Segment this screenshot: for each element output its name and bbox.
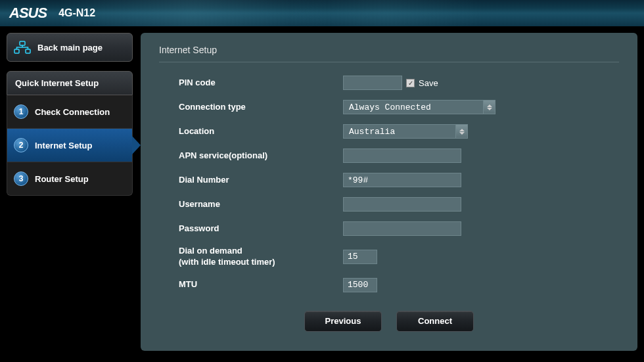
username-input[interactable]	[343, 197, 461, 212]
row-connection-type: Connection type Always Connected	[179, 100, 619, 114]
step-number-icon: 1	[14, 104, 28, 119]
mtu-input[interactable]	[343, 278, 377, 292]
label-pin-code: PIN code	[179, 78, 343, 89]
step-router-setup[interactable]: 3 Router Setup	[7, 162, 133, 196]
svg-rect-0	[20, 41, 25, 45]
step-internet-setup[interactable]: 2 Internet Setup	[7, 129, 133, 162]
apn-input[interactable]	[343, 148, 461, 163]
updown-caret-icon	[483, 101, 495, 114]
brand-logo: ASUS	[9, 5, 47, 22]
label-dial-number: Dial Number	[179, 175, 343, 186]
step-label: Check Connection	[35, 107, 110, 117]
previous-button[interactable]: Previous	[304, 311, 382, 332]
back-main-page-button[interactable]: Back main page	[7, 33, 133, 62]
wizard-title: Quick Internet Setup	[7, 71, 133, 95]
connect-button[interactable]: Connect	[396, 311, 474, 332]
step-number-icon: 3	[14, 171, 28, 186]
model-name: 4G-N12	[58, 7, 95, 19]
svg-rect-2	[26, 49, 30, 53]
header: ASUS 4G-N12	[0, 0, 644, 26]
panel-title: Internet Setup	[159, 45, 619, 62]
label-location: Location	[179, 126, 343, 137]
password-input[interactable]	[343, 221, 461, 236]
location-value: Australia	[349, 127, 395, 137]
label-username: Username	[179, 199, 343, 210]
label-apn: APN service(optional)	[179, 150, 343, 162]
main-panel: Internet Setup PIN code ✓ Save Connectio…	[141, 33, 637, 351]
svg-rect-1	[14, 49, 19, 53]
save-checkbox[interactable]: ✓	[406, 79, 415, 87]
pin-code-input[interactable]	[343, 76, 402, 90]
row-dial-on-demand: Dial on demand (with idle timeout timer)	[179, 246, 619, 268]
label-mtu: MTU	[179, 279, 343, 290]
step-number-icon: 2	[14, 138, 28, 152]
back-button-label: Back main page	[37, 43, 103, 53]
label-connection-type: Connection type	[179, 102, 343, 113]
label-password: Password	[179, 223, 343, 235]
row-location: Location Australia	[179, 124, 619, 139]
step-check-connection[interactable]: 1 Check Connection	[7, 95, 133, 129]
row-pin-code: PIN code ✓ Save	[179, 76, 619, 90]
sidebar: Back main page Quick Internet Setup 1 Ch…	[7, 33, 133, 351]
row-password: Password	[179, 221, 619, 236]
row-username: Username	[179, 197, 619, 212]
step-label: Internet Setup	[35, 141, 92, 150]
sitemap-icon	[14, 40, 31, 55]
updown-caret-icon	[455, 125, 467, 138]
row-dial-number: Dial Number	[179, 173, 619, 187]
row-apn: APN service(optional)	[179, 148, 619, 163]
connection-type-select[interactable]: Always Connected	[343, 100, 495, 114]
connection-type-value: Always Connected	[349, 102, 431, 112]
row-mtu: MTU	[179, 278, 619, 292]
label-dial-on-demand: Dial on demand (with idle timeout timer)	[179, 246, 343, 268]
dial-on-demand-input[interactable]	[343, 250, 377, 264]
location-select[interactable]: Australia	[343, 124, 468, 139]
dial-number-input[interactable]	[343, 173, 461, 187]
save-label: Save	[419, 78, 438, 88]
step-label: Router Setup	[35, 174, 89, 184]
